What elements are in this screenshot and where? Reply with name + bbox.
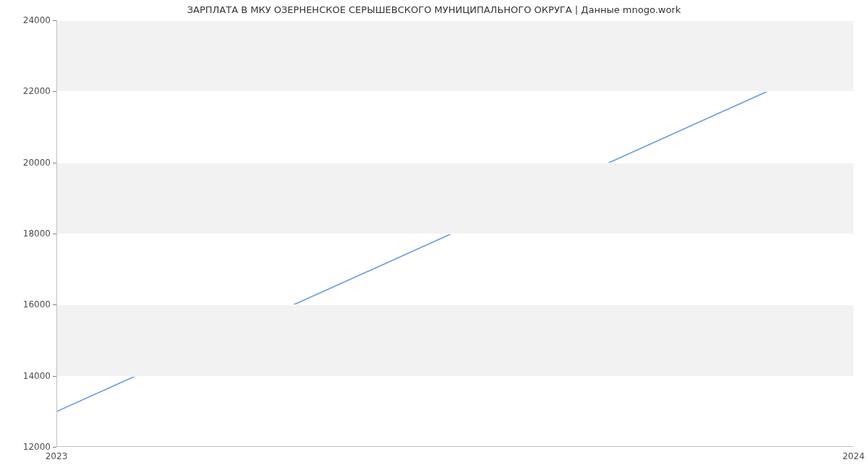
y-tick-mark [53, 163, 56, 163]
chart-title: ЗАРПЛАТА В МКУ ОЗЕРНЕНСКОЕ СЕРЫШЕВСКОГО … [0, 4, 868, 15]
gridline [57, 234, 854, 234]
y-tick-mark [53, 447, 56, 448]
x-tick-label: 2023 [46, 451, 68, 461]
x-tick-label: 2024 [843, 451, 865, 461]
y-tick-label: 22000 [4, 86, 51, 96]
grid-band [57, 20, 854, 91]
gridline [57, 20, 854, 21]
y-tick-mark [53, 234, 56, 234]
line-chart: ЗАРПЛАТА В МКУ ОЗЕРНЕНСКОЕ СЕРЫШЕВСКОГО … [0, 0, 868, 470]
y-tick-label: 14000 [4, 371, 51, 381]
plot-area [56, 20, 854, 447]
y-tick-label: 16000 [4, 299, 51, 309]
y-tick-label: 20000 [4, 158, 51, 168]
gridline [57, 91, 854, 92]
y-tick-label: 18000 [4, 228, 51, 239]
y-tick-mark [53, 304, 56, 305]
y-tick-label: 24000 [4, 15, 51, 25]
y-tick-mark [53, 91, 56, 92]
y-tick-mark [53, 20, 56, 21]
grid-band [57, 304, 854, 375]
grid-band [57, 163, 854, 234]
y-tick-mark [53, 376, 56, 377]
gridline [57, 163, 854, 163]
gridline [57, 304, 854, 305]
gridline [57, 376, 854, 377]
y-tick-label: 12000 [4, 442, 51, 452]
